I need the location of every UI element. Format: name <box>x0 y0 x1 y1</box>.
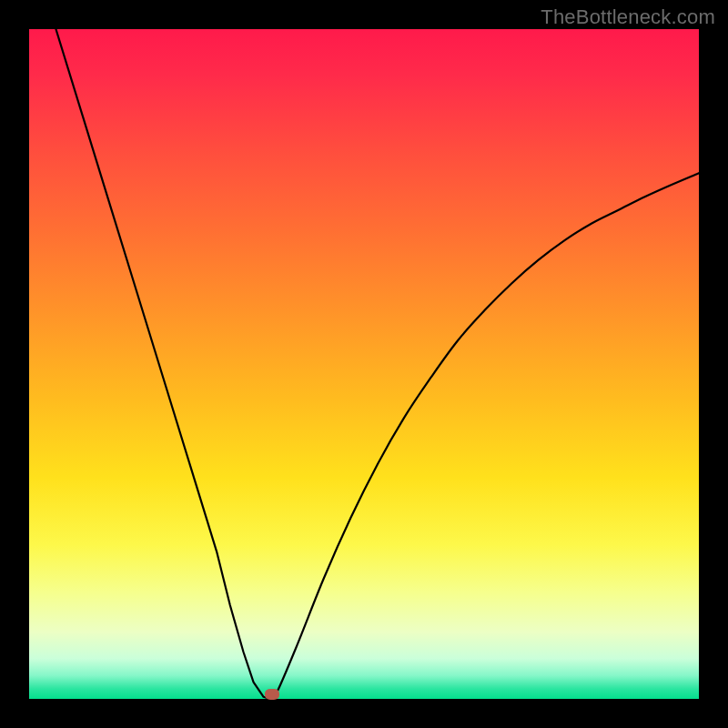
current-position-marker <box>265 689 279 700</box>
curve-right-branch <box>270 173 699 699</box>
bottleneck-curve <box>29 29 699 699</box>
curve-left-branch <box>56 29 270 699</box>
watermark-text: TheBottleneck.com <box>541 5 715 29</box>
plot-area <box>29 29 699 699</box>
chart-stage: TheBottleneck.com <box>0 0 728 728</box>
